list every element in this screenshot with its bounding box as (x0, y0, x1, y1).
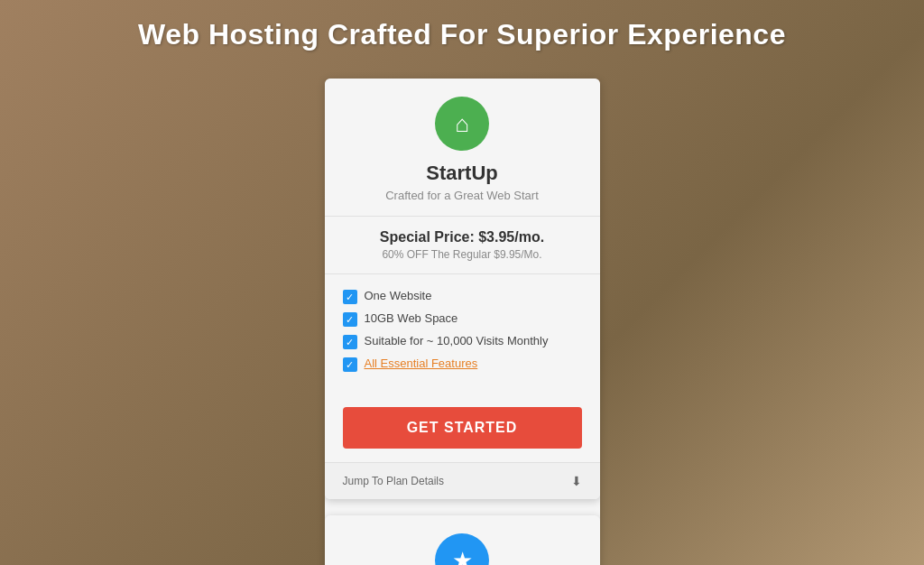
startup-feature-text-0: One Website (365, 289, 432, 302)
growbig-plan-icon: ★ (435, 533, 489, 565)
startup-plan-name: StartUp (343, 162, 582, 185)
list-item: ✓One Website (343, 289, 582, 304)
checkbox-icon: ✓ (343, 335, 357, 349)
startup-special-price: Special Price: $3.95/mo. (343, 229, 582, 245)
checkbox-icon: ✓ (343, 357, 357, 372)
startup-jump-to-plan: Jump To Plan Details (343, 475, 445, 487)
startup-get-started-btn[interactable]: GET STARTED (343, 407, 582, 449)
list-item: ✓10GB Web Space (343, 311, 582, 327)
page-title: Web Hosting Crafted For Superior Experie… (138, 18, 786, 51)
startup-jump-arrow: ⬇ (571, 474, 582, 488)
startup-feature-text-1: 10GB Web Space (365, 311, 458, 325)
startup-plan-subtitle: Crafted for a Great Web Start (343, 189, 582, 202)
startup-regular-price: 60% OFF The Regular $9.95/Mo. (343, 248, 582, 261)
checkbox-icon: ✓ (343, 312, 357, 327)
startup-feature-text-2: Suitable for ~ 10,000 Visits Monthly (365, 334, 549, 347)
list-item: ✓Suitable for ~ 10,000 Visits Monthly (343, 334, 582, 349)
pricing-cards-container: ⌂StartUpCrafted for a Great Web StartSpe… (325, 79, 600, 565)
checkbox-icon: ✓ (343, 290, 357, 304)
list-item: ✓All Essential Features (343, 357, 582, 372)
startup-plan-icon: ⌂ (435, 97, 489, 151)
startup-feature-link-3[interactable]: All Essential Features (365, 357, 478, 370)
pricing-card-startup: ⌂StartUpCrafted for a Great Web StartSpe… (325, 79, 600, 499)
pricing-card-growbig: ★GrowBigCrafted for Your Web GrowthSpeci… (325, 515, 600, 565)
